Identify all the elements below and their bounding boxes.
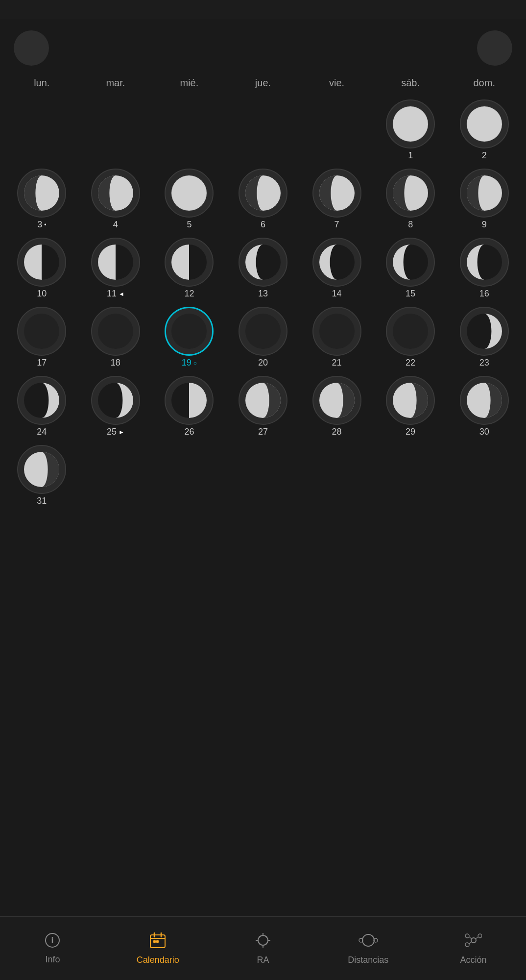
empty-cell-0-0 <box>5 97 79 164</box>
calendar-day-29[interactable]: 29 <box>374 373 448 440</box>
calendar-day-14[interactable]: 14 <box>300 235 374 302</box>
nav-item-action[interactable]: Acción <box>421 932 526 965</box>
moon-phase-15 <box>386 238 435 287</box>
day-number-28: 28 <box>332 427 342 437</box>
calendar-day-21[interactable]: 21 <box>300 304 374 371</box>
empty-cell-5-5 <box>374 442 448 509</box>
empty-cell-5-6 <box>447 442 521 509</box>
day-number-7: 7 <box>335 220 339 230</box>
next-month-button[interactable] <box>477 30 512 66</box>
moon-phase-27 <box>239 376 287 425</box>
day-number-8: 8 <box>408 220 413 230</box>
svg-point-23 <box>319 314 355 349</box>
calendar-day-5[interactable]: 5 <box>152 166 226 233</box>
calendar-day-13[interactable]: 13 <box>226 235 300 302</box>
calendar-day-26[interactable]: 26 <box>152 373 226 440</box>
day-number-25: 25 ► <box>107 427 124 437</box>
header <box>0 0 526 19</box>
calendar-day-2[interactable]: 2 <box>447 97 521 164</box>
calendar-day-20[interactable]: 20 <box>226 304 300 371</box>
day-number-23: 23 <box>479 358 489 368</box>
calendar-day-6[interactable]: 6 <box>226 166 300 233</box>
ra-icon <box>255 932 271 952</box>
calendar-day-1[interactable]: 1 <box>374 97 448 164</box>
day-number-26: 26 <box>184 427 194 437</box>
empty-cell-5-4 <box>300 442 374 509</box>
svg-point-55 <box>465 934 469 938</box>
svg-text:i: i <box>51 935 54 945</box>
prev-month-button[interactable] <box>14 30 49 66</box>
moon-phase-19 <box>165 307 214 356</box>
nav-item-distances[interactable]: Distancias <box>315 932 421 965</box>
day-number-31: 31 <box>37 496 47 506</box>
calendar-day-28[interactable]: 28 <box>300 373 374 440</box>
moon-phase-21 <box>312 307 361 356</box>
nav-item-info[interactable]: i Info <box>0 932 105 965</box>
empty-cell-5-3 <box>226 442 300 509</box>
day-number-18: 18 <box>111 358 120 368</box>
day-number-15: 15 <box>406 289 415 299</box>
calendar-day-16[interactable]: 16 <box>447 235 521 302</box>
calendar-day-30[interactable]: 30 <box>447 373 521 440</box>
day-number-21: 21 <box>332 358 342 368</box>
day-header-jue: jue. <box>226 74 300 93</box>
moon-phase-22 <box>386 307 435 356</box>
calendar-day-17[interactable]: 17 <box>5 304 79 371</box>
calendar-day-23[interactable]: 23 <box>447 304 521 371</box>
calendar-icon <box>149 932 166 952</box>
day-header-dom: dom. <box>447 74 521 93</box>
calendar-day-8[interactable]: 8 <box>374 166 448 233</box>
calendar-day-25[interactable]: 25 ► <box>79 373 153 440</box>
day-number-16: 16 <box>479 289 489 299</box>
moon-phase-3 <box>17 169 66 218</box>
day-number-14: 14 <box>332 289 342 299</box>
day-number-30: 30 <box>479 427 489 437</box>
moon-phase-30 <box>460 376 509 425</box>
empty-cell-0-3 <box>226 97 300 164</box>
day-number-17: 17 <box>37 358 47 368</box>
svg-point-20 <box>98 314 133 349</box>
calendar-day-7[interactable]: 7 <box>300 166 374 233</box>
calendar-day-4[interactable]: 4 <box>79 166 153 233</box>
calendar-day-24[interactable]: 24 <box>5 373 79 440</box>
svg-point-51 <box>362 934 374 946</box>
svg-point-57 <box>465 943 469 947</box>
calendar-day-10[interactable]: 10 <box>5 235 79 302</box>
distances-label: Distancias <box>348 955 388 965</box>
moon-phase-7 <box>312 169 361 218</box>
moon-phase-24 <box>17 376 66 425</box>
nav-item-ra[interactable]: RA <box>211 932 316 965</box>
calendar-day-11[interactable]: 11 ◄ <box>79 235 153 302</box>
action-label: Acción <box>460 955 487 965</box>
calendar-day-9[interactable]: 9 <box>447 166 521 233</box>
calendar-day-19[interactable]: 19 ○ <box>152 304 226 371</box>
day-number-27: 27 <box>258 427 268 437</box>
info-label: Info <box>45 955 60 965</box>
calendar-day-18[interactable]: 18 <box>79 304 153 371</box>
phase-marker-25: ► <box>119 429 124 436</box>
nav-item-calendar[interactable]: Calendario <box>105 932 211 965</box>
calendar-day-27[interactable]: 27 <box>226 373 300 440</box>
day-number-10: 10 <box>37 289 47 299</box>
day-number-2: 2 <box>482 150 487 161</box>
day-number-5: 5 <box>187 220 191 230</box>
moon-phase-29 <box>386 376 435 425</box>
empty-cell-0-2 <box>152 97 226 164</box>
calendar-day-12[interactable]: 12 <box>152 235 226 302</box>
calendar-day-15[interactable]: 15 <box>374 235 448 302</box>
day-number-29: 29 <box>406 427 415 437</box>
empty-cell-0-4 <box>300 97 374 164</box>
calendar-day-31[interactable]: 31 <box>5 442 79 509</box>
calendar-day-22[interactable]: 22 <box>374 304 448 371</box>
moon-phase-5 <box>165 169 214 218</box>
day-header-sáb: sáb. <box>374 74 448 93</box>
day-number-3: 3 • <box>37 220 46 230</box>
calendar-day-3[interactable]: 3 • <box>5 166 79 233</box>
svg-point-22 <box>245 314 281 349</box>
day-number-4: 4 <box>113 220 118 230</box>
svg-point-56 <box>478 934 482 938</box>
moon-phase-1 <box>386 99 435 148</box>
moon-phase-25 <box>91 376 140 425</box>
empty-cell-5-1 <box>79 442 153 509</box>
day-header-mié: mié. <box>152 74 226 93</box>
